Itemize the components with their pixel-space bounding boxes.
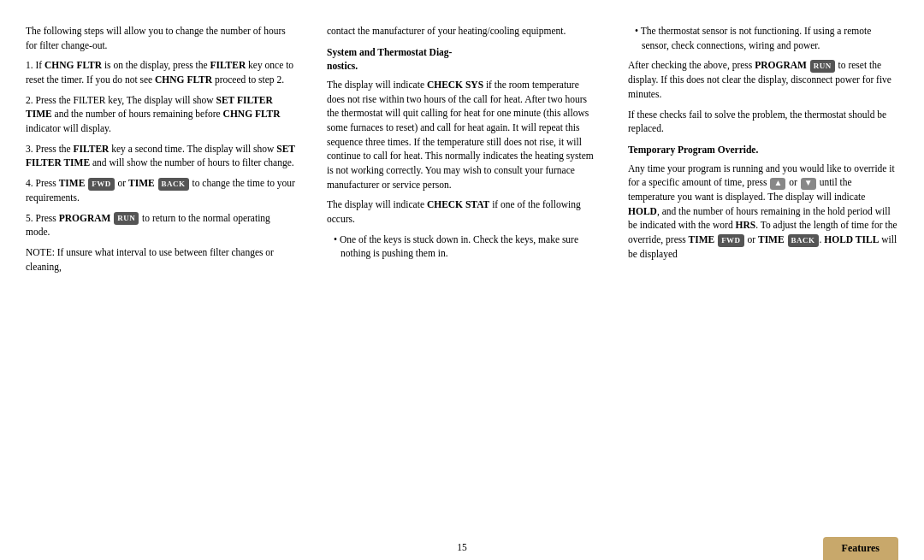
column-2: contact the manufacturer of your heating… [311, 24, 613, 537]
col2-bullet1: • One of the keys is stuck down in. Chec… [334, 233, 597, 261]
col1-para5: 4. Press TIME FWD or TIME BACK to change… [26, 176, 296, 205]
col2-para1: contact the manufacturer of your heating… [327, 24, 597, 38]
col3-section-title: Temporary Program Override. [628, 143, 898, 157]
page-content: The following steps will allow you to ch… [0, 0, 924, 537]
footer-right: Features [607, 537, 898, 560]
up-arrow-badge: ▲ [770, 178, 785, 190]
col3-para3: Any time your program is running and you… [628, 162, 898, 262]
col3-para2: If these checks fail to solve the proble… [628, 108, 898, 136]
page-number: 15 [317, 540, 607, 560]
col1-para1: The following steps will allow you to ch… [26, 24, 296, 52]
features-tab[interactable]: Features [823, 537, 898, 560]
run-badge-2: RUN [810, 60, 835, 73]
run-badge-1: RUN [114, 212, 139, 225]
col1-para4: 3. Press the FILTER key a second time. T… [26, 142, 296, 170]
col1-para3: 2. Press the FILTER key, The display wil… [26, 93, 296, 136]
down-arrow-badge: ▼ [801, 178, 816, 190]
column-1: The following steps will allow you to ch… [26, 24, 311, 537]
back-badge-2: BACK [788, 234, 819, 247]
col2-para3: The display will indicate CHECK STAT if … [327, 197, 597, 226]
col1-para7: NOTE: If unsure what interval to use bet… [26, 245, 296, 274]
col3-para1: After checking the above, press PROGRAM … [628, 58, 898, 101]
col2-para2: The display will indicate CHECK SYS if t… [327, 78, 597, 192]
col1-para6: 5. Press PROGRAM RUN to return to the no… [26, 211, 296, 240]
col2-section-title: System and Thermostat Diag-nostics. [327, 45, 597, 74]
fwd-badge-1: FWD [88, 178, 115, 191]
fwd-badge-2: FWD [718, 234, 744, 247]
column-3: • The thermostat sensor is not functioni… [613, 24, 898, 537]
back-badge-1: BACK [158, 178, 189, 191]
col1-para2: 1. If CHNG FLTR is on the display, press… [26, 58, 296, 86]
col3-bullet1: • The thermostat sensor is not functioni… [635, 24, 898, 52]
footer: 15 Features [0, 537, 924, 560]
